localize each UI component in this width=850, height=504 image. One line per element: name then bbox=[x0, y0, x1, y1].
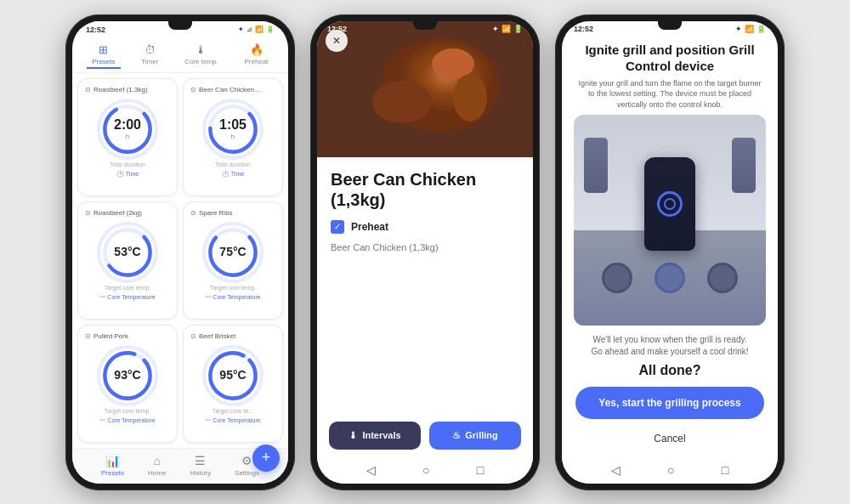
clock-icon-1: 🕐 bbox=[222, 171, 230, 178]
preset-type-1: 🕐 Time bbox=[222, 171, 244, 178]
nav-history-icon: ☰ bbox=[195, 454, 206, 467]
preset-title-1: ⊙ Beer Can Chicken... bbox=[190, 86, 260, 93]
detail-header: 12:52 ✦ 📶 🔋 bbox=[317, 21, 533, 157]
home-gesture[interactable]: ○ bbox=[422, 463, 429, 477]
back-gesture[interactable]: ◁ bbox=[366, 463, 376, 477]
burner-left bbox=[602, 263, 632, 293]
preset-card-beer-chicken[interactable]: ⊙ Beer Can Chicken... 1:05 h Total durat… bbox=[183, 78, 283, 197]
setup-bottom: We'll let you know when the grill is rea… bbox=[562, 326, 778, 458]
close-button[interactable]: ✕ bbox=[326, 30, 348, 52]
preheat-row: ✓ Preheat bbox=[331, 220, 519, 234]
tab-core-temp[interactable]: 🌡 Core temp. bbox=[179, 42, 224, 69]
nav-presets-icon: 📊 bbox=[105, 454, 120, 467]
phone-3-notch bbox=[658, 21, 682, 30]
preset-card-beef-brisket[interactable]: ⊙ Beef Brisket 95°C Target core te... 〰 … bbox=[183, 325, 283, 443]
tab-timer-label: Timer bbox=[141, 58, 158, 65]
battery-icon-2: 🔋 bbox=[513, 25, 523, 33]
bluetooth-icon-3: ✦ bbox=[735, 25, 742, 33]
svg-point-7 bbox=[210, 229, 255, 275]
setup-title: Ignite grill and position Grill Control … bbox=[575, 42, 764, 75]
intervals-icon: 🌡 bbox=[348, 430, 358, 440]
cancel-button[interactable]: Cancel bbox=[575, 426, 764, 451]
wifi-icon-2: 📶 bbox=[502, 25, 511, 33]
preset-sub-4: Target core temp. bbox=[105, 408, 150, 414]
phone-2-notch bbox=[413, 21, 437, 30]
bluetooth-icon: ✦ bbox=[238, 25, 244, 33]
phone-2-nav: ◁ ○ □ bbox=[317, 458, 533, 484]
preset-card-spare-ribs[interactable]: ⊙ Spare Ribs 75°C Target core temp. 〰 Co… bbox=[183, 201, 283, 320]
all-done-text: We'll let you know when the grill is rea… bbox=[575, 334, 764, 358]
intervals-button[interactable]: 🌡 Intervals bbox=[329, 422, 421, 450]
core-temp-icon: 🌡 bbox=[196, 43, 207, 56]
back-gesture-3[interactable]: ◁ bbox=[611, 463, 620, 477]
device-circle-inner bbox=[664, 198, 676, 210]
recents-gesture-3[interactable]: □ bbox=[722, 463, 728, 477]
grilling-button[interactable]: ♨ Grilling bbox=[429, 422, 521, 450]
phone-1-status-icons: ✦ ⊿ 📶 🔋 bbox=[238, 25, 275, 33]
nav-settings-icon: ⚙ bbox=[241, 454, 252, 467]
left-burner-knob bbox=[584, 138, 608, 193]
tab-timer[interactable]: ⏱ Timer bbox=[136, 42, 163, 69]
svg-point-14 bbox=[372, 81, 432, 123]
svg-point-11 bbox=[210, 353, 255, 398]
preset-title-3: ⊙ Spare Ribs bbox=[190, 209, 233, 217]
preset-circle-4: 93°C bbox=[97, 345, 158, 406]
nav-history-label: History bbox=[190, 469, 211, 477]
phone-1-notch bbox=[168, 21, 192, 30]
phone-1-time: 12:52 bbox=[86, 25, 105, 34]
battery-icon-3: 🔋 bbox=[756, 25, 766, 33]
tab-presets[interactable]: ⊞ Presets bbox=[87, 42, 120, 69]
preset-sub-1: Total duration bbox=[215, 161, 251, 167]
phones-container: 12:52 ✦ ⊿ 📶 🔋 ⊞ Presets ⏱ Timer bbox=[57, 6, 793, 499]
temp-icon-4: 〰 bbox=[99, 417, 105, 423]
nav-home-label: Home bbox=[148, 469, 166, 477]
chicken-image bbox=[317, 21, 533, 157]
preset-card-pulled-pork[interactable]: ⊙ Pulled Pork 93°C Target core temp. 〰 C… bbox=[77, 325, 178, 443]
preset-sub-2: Target core temp. bbox=[105, 285, 150, 291]
phone-2: 12:52 ✦ 📶 🔋 bbox=[310, 14, 540, 490]
nav-settings-label: Settings bbox=[235, 469, 259, 477]
preset-type-2: 〰 Core Temperature bbox=[99, 294, 155, 300]
preset-card-roastbeef-1[interactable]: ⊙ Roastbeef (1,3kg) 2:00 h Total duratio… bbox=[77, 78, 178, 197]
signal-icon: ⊿ bbox=[246, 25, 252, 33]
preset-icon-4: ⊙ bbox=[85, 332, 91, 340]
svg-point-1 bbox=[105, 106, 150, 151]
preset-icon-5: ⊙ bbox=[190, 332, 196, 340]
detail-subtitle: Beer Can Chicken (1,3kg) bbox=[331, 242, 519, 252]
temp-icon-5: 〰 bbox=[205, 417, 211, 423]
phone-2-status-icons: ✦ 📶 🔋 bbox=[492, 25, 523, 33]
preset-circle-2: 53°C bbox=[97, 222, 158, 283]
phone-2-screen: 12:52 ✦ 📶 🔋 bbox=[317, 21, 533, 484]
preset-icon-3: ⊙ bbox=[190, 209, 196, 217]
preheat-checkbox[interactable]: ✓ bbox=[331, 220, 344, 234]
preheat-label: Preheat bbox=[351, 221, 388, 233]
preset-type-0: 🕐 Time bbox=[116, 171, 139, 178]
tab-preheat[interactable]: 🔥 Preheat bbox=[240, 42, 274, 69]
phone-1: 12:52 ✦ ⊿ 📶 🔋 ⊞ Presets ⏱ Timer bbox=[65, 14, 295, 490]
detail-title: Beer Can Chicken(1,3kg) bbox=[331, 169, 519, 210]
bluetooth-icon-2: ✦ bbox=[492, 25, 499, 33]
preset-icon-0: ⊙ bbox=[85, 86, 91, 93]
temp-icon-2: 〰 bbox=[99, 294, 105, 300]
home-gesture-3[interactable]: ○ bbox=[667, 463, 674, 477]
nav-history[interactable]: ☰ History bbox=[190, 454, 211, 477]
detail-actions: 🌡 Intervals ♨ Grilling bbox=[317, 413, 533, 458]
setup-screen: 12:52 ✦ 📶 🔋 Ignite grill and position Gr… bbox=[562, 21, 778, 484]
preset-sub-5: Target core te... bbox=[212, 408, 254, 414]
recents-gesture[interactable]: □ bbox=[477, 463, 484, 477]
burner-center bbox=[654, 263, 685, 293]
preset-title-2: ⊙ Roastbeef (2kg) bbox=[85, 209, 142, 217]
nav-presets[interactable]: 📊 Presets bbox=[101, 454, 124, 477]
preset-title-5: ⊙ Beef Brisket bbox=[190, 332, 235, 340]
start-grilling-button[interactable]: Yes, start the grilling process bbox=[575, 387, 764, 419]
setup-subtitle: Ignite your grill and turn the flame on … bbox=[575, 78, 764, 110]
preset-icon-1: ⊙ bbox=[190, 86, 196, 93]
preset-sub-0: Total duration bbox=[110, 161, 145, 167]
phone-1-screen: 12:52 ✦ ⊿ 📶 🔋 ⊞ Presets ⏱ Timer bbox=[72, 21, 288, 484]
fab-add-button[interactable]: + bbox=[252, 445, 280, 472]
wifi-icon: 📶 bbox=[255, 25, 264, 33]
detail-content: Beer Can Chicken(1,3kg) ✓ Preheat Beer C… bbox=[317, 157, 533, 413]
preset-card-roastbeef-2[interactable]: ⊙ Roastbeef (2kg) 53°C Target core temp.… bbox=[77, 201, 178, 320]
burner-right bbox=[707, 263, 738, 293]
nav-home[interactable]: ⌂ Home bbox=[148, 454, 166, 477]
